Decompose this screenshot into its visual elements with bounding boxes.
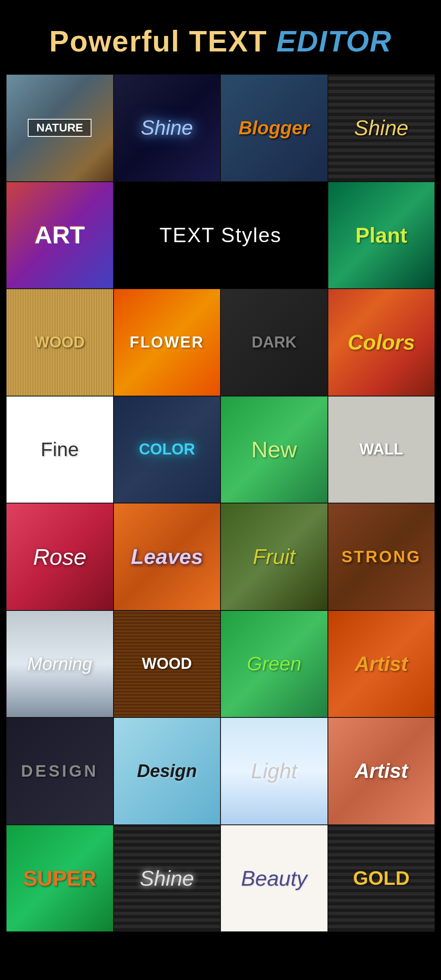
style-card-beauty[interactable]: Beauty xyxy=(220,825,328,932)
style-card-dark[interactable]: DARK xyxy=(220,289,328,396)
card-label-nature: NATURE xyxy=(28,119,91,137)
styles-grid: NATURE Shine Blogger Shine ART TEXT Styl… xyxy=(0,74,441,932)
card-label-shine1: Shine xyxy=(114,116,220,140)
card-label-wall2: WALL xyxy=(328,441,435,458)
card-label-design1: DESIGN xyxy=(7,762,113,780)
style-card-fruit[interactable]: Fruit xyxy=(220,503,328,610)
style-card-new[interactable]: New xyxy=(220,396,328,503)
card-label-fine: Fine xyxy=(7,438,113,461)
banner-label: TEXT Styles xyxy=(160,223,282,247)
style-card-shine2[interactable]: Shine xyxy=(328,74,435,182)
card-label-new: New xyxy=(221,436,327,463)
style-card-design2[interactable]: Design xyxy=(114,717,221,825)
card-label-super: SUPER xyxy=(7,866,113,891)
card-label-green: Green xyxy=(221,653,327,675)
title-powerful: Powerful xyxy=(49,25,189,58)
style-card-artist2[interactable]: Artist xyxy=(328,717,435,825)
card-label-beauty: Beauty xyxy=(221,866,327,891)
card-label-blogger: Blogger xyxy=(221,117,327,139)
style-card-wood1[interactable]: WOOD xyxy=(6,289,114,396)
style-card-gold2[interactable]: GOLD xyxy=(328,825,435,932)
style-card-morning[interactable]: Morning xyxy=(6,610,114,718)
card-label-gold2: GOLD xyxy=(328,867,435,889)
card-label-artist2: Artist xyxy=(328,759,435,783)
style-card-flower[interactable]: FLOWER xyxy=(114,289,221,396)
card-label-flower: FLOWER xyxy=(114,334,220,351)
card-label-shine2: Shine xyxy=(328,116,435,140)
card-label-leaves: Leaves xyxy=(114,544,220,569)
style-card-green[interactable]: Green xyxy=(220,610,328,718)
card-label-wood2: WOOD xyxy=(114,655,220,673)
style-card-color[interactable]: COLOR xyxy=(114,396,221,503)
style-card-design1[interactable]: DESIGN xyxy=(6,717,114,825)
card-label-artist1: Artist xyxy=(328,652,435,676)
header: Powerful TEXT EDITOR xyxy=(0,0,441,74)
card-label-colors: Colors xyxy=(328,330,435,354)
card-label-rose: Rose xyxy=(7,543,113,570)
app-title: Powerful TEXT EDITOR xyxy=(8,24,433,58)
style-card-strong[interactable]: STRONG xyxy=(328,503,435,610)
card-label-plant: Plant xyxy=(328,223,435,247)
style-card-art[interactable]: ART xyxy=(6,182,114,289)
style-card-super[interactable]: SUPER xyxy=(6,825,114,932)
card-label-art: ART xyxy=(7,221,113,249)
style-card-wood2[interactable]: WOOD xyxy=(114,610,221,718)
text-styles-banner: TEXT Styles xyxy=(114,182,328,289)
style-card-artist1[interactable]: Artist xyxy=(328,610,435,718)
style-card-nature[interactable]: NATURE xyxy=(6,74,114,182)
style-card-plant[interactable]: Plant xyxy=(328,182,435,289)
card-label-strong: STRONG xyxy=(328,548,435,566)
style-card-colors[interactable]: Colors xyxy=(328,289,435,396)
style-card-rose[interactable]: Rose xyxy=(6,503,114,610)
card-label-fruit: Fruit xyxy=(221,544,327,569)
title-editor: EDITOR xyxy=(276,25,392,58)
title-text: TEXT xyxy=(189,25,276,58)
style-card-wall2[interactable]: WALL xyxy=(328,396,435,503)
style-card-shine1[interactable]: Shine xyxy=(114,74,221,182)
style-card-shine3[interactable]: Shine xyxy=(114,825,221,932)
card-label-dark: DARK xyxy=(221,334,327,351)
card-label-light: Light xyxy=(221,759,327,783)
card-label-morning: Morning xyxy=(7,654,113,674)
card-label-color: COLOR xyxy=(114,441,220,458)
style-card-leaves[interactable]: Leaves xyxy=(114,503,221,610)
style-card-light[interactable]: Light xyxy=(220,717,328,825)
card-label-shine3: Shine xyxy=(114,866,220,891)
card-label-design2: Design xyxy=(114,761,220,781)
style-card-fine[interactable]: Fine xyxy=(6,396,114,503)
card-label-wood1: WOOD xyxy=(7,334,113,351)
style-card-blogger[interactable]: Blogger xyxy=(220,74,328,182)
